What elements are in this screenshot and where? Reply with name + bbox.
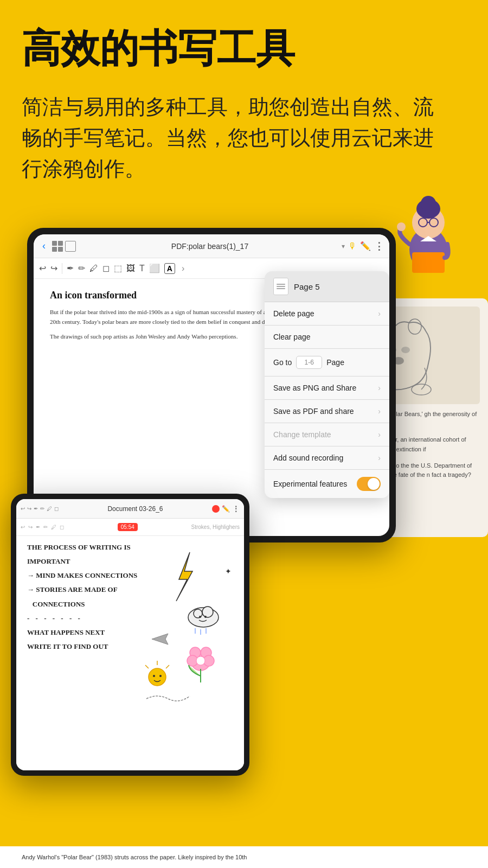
add-sound-arrow: ›: [378, 454, 381, 462]
ipad-second: ↩ ↪ ✒ ✏ 🖊 ◻ Document 03-26_6 ✏️ ⋮ ↩ ↪ ✒ …: [11, 494, 249, 776]
dropdown-arrow[interactable]: ▾: [342, 242, 345, 250]
main-toolbar: ‹ PDF:polar bears(1)_17 ▾ 🎙 ✏️ ⋮: [34, 234, 389, 258]
svg-text:✦: ✦: [225, 567, 232, 576]
menu-page-title: Page 5: [294, 282, 320, 291]
save-pdf-arrow: ›: [378, 407, 381, 416]
goto-label: Go to: [273, 358, 292, 367]
hero-description: 简洁与易用的多种工具，助您创造出自然、流畅的手写笔记。当然，您也可以使用云记来进…: [22, 92, 445, 184]
add-sound-label: Add sound recording: [273, 454, 343, 462]
second-pen[interactable]: ✒: [34, 506, 38, 512]
bottom-text-bar: Andy Warhol's "Polar Bear" (1983) struts…: [0, 846, 488, 869]
goto-container: Go to Page: [273, 356, 344, 369]
experimental-label: Experimental features: [273, 480, 347, 488]
svg-point-32: [408, 319, 421, 334]
save-pdf-label: Save as PDF and share: [273, 407, 354, 416]
svg-point-34: [401, 347, 410, 353]
delete-page-arrow: ›: [378, 309, 381, 318]
second-pencil[interactable]: ✏: [40, 506, 44, 512]
shapes-tool[interactable]: ⬜: [149, 263, 160, 273]
second-redo-2[interactable]: ↪: [28, 524, 33, 530]
font-tool[interactable]: A: [164, 263, 175, 274]
record-button[interactable]: [212, 505, 220, 513]
strokes-label: Strokes, Highlighers: [191, 524, 240, 530]
eraser-tool[interactable]: ◻: [102, 263, 110, 273]
svg-point-29: [159, 675, 162, 677]
pencil-button[interactable]: ✏️: [360, 241, 371, 251]
redo-icon[interactable]: ↪: [50, 263, 57, 273]
image-insert[interactable]: 🖼: [126, 264, 135, 273]
change-template-arrow: ›: [378, 430, 381, 439]
save-png-label: Save as PNG and Share: [273, 384, 356, 392]
menu-item-delete-page[interactable]: Delete page ›: [265, 302, 389, 326]
second-edit[interactable]: ✏️: [222, 505, 230, 513]
more-button[interactable]: ⋮: [374, 240, 384, 252]
ipad-main-screen: ‹ PDF:polar bears(1)_17 ▾ 🎙 ✏️ ⋮ ↩ ↪ ✒: [34, 234, 389, 536]
highlighter-tool[interactable]: 🖊: [89, 264, 98, 273]
context-menu: Page 5 Delete page › Clear page Go to: [265, 271, 389, 498]
page-thumbnail-icon: [273, 278, 288, 295]
svg-point-28: [153, 675, 155, 677]
svg-line-27: [145, 665, 149, 668]
delete-page-label: Delete page: [273, 309, 314, 318]
second-doc-title: Document 03-26_6: [61, 505, 210, 513]
menu-item-add-sound[interactable]: Add sound recording ›: [265, 446, 389, 470]
timer-badge: 05:54: [118, 523, 138, 531]
second-highlighter[interactable]: 🖊: [47, 506, 52, 512]
handwriting-area: THE PROCESS OF WRITING IS IMPORTANT → MI…: [16, 536, 244, 770]
second-toolbar: ↩ ↪ ✒ ✏ 🖊 ◻ Document 03-26_6 ✏️ ⋮: [16, 499, 244, 519]
second-redo[interactable]: ↪: [27, 506, 31, 512]
experimental-toggle[interactable]: [357, 477, 381, 491]
menu-header: Page 5: [265, 271, 389, 302]
second-tool-e[interactable]: ◻: [60, 524, 64, 530]
svg-point-12: [199, 616, 201, 618]
menu-item-experimental[interactable]: Experimental features: [265, 470, 389, 498]
bottom-text: Andy Warhol's "Polar Bear" (1983) struts…: [22, 853, 466, 862]
undo-icon[interactable]: ↩: [39, 263, 46, 273]
collapse-panel[interactable]: ›: [182, 264, 184, 273]
second-eraser[interactable]: ◻: [54, 506, 59, 512]
pencil-tool[interactable]: ✏: [78, 263, 85, 273]
menu-item-change-template[interactable]: Change template ›: [265, 423, 389, 446]
clear-page-label: Clear page: [273, 333, 311, 341]
pen-tool[interactable]: ✒: [67, 263, 74, 273]
second-undo-2[interactable]: ↩: [21, 524, 25, 530]
svg-point-13: [204, 616, 207, 618]
devices-section: ‹ PDF:polar bears(1)_17 ▾ 🎙 ✏️ ⋮ ↩ ↪ ✒: [0, 217, 488, 787]
svg-line-26: [166, 665, 169, 668]
mic-button[interactable]: 🎙: [348, 241, 357, 251]
hero-section: 高效的书写工具 简洁与易用的多种工具，助您创造出自然、流畅的手写笔记。当然，您也…: [0, 0, 488, 212]
second-drawing-toolbar: ↩ ↪ ✒ ✏ 🖊 ◻ 05:54 Strokes, Highlighers: [16, 519, 244, 536]
svg-point-11: [202, 607, 213, 617]
svg-point-24: [149, 668, 166, 686]
change-template-label: Change template: [273, 430, 331, 439]
svg-point-22: [196, 656, 205, 665]
hero-title: 高效的书写工具: [22, 27, 466, 70]
ipad-second-screen: ↩ ↪ ✒ ✏ 🖊 ◻ Document 03-26_6 ✏️ ⋮ ↩ ↪ ✒ …: [16, 499, 244, 770]
menu-item-goto: Go to Page: [265, 349, 389, 376]
menu-item-save-png[interactable]: Save as PNG and Share ›: [265, 376, 389, 400]
divider-1: [62, 263, 62, 274]
page-icon[interactable]: [65, 241, 76, 252]
doodle-illustrations: ✦: [141, 541, 239, 704]
save-png-arrow: ›: [378, 384, 381, 392]
text-insert[interactable]: T: [139, 264, 145, 273]
back-button[interactable]: ‹: [39, 240, 49, 252]
goto-input[interactable]: [296, 356, 322, 369]
selection-tool[interactable]: ⬚: [114, 263, 122, 273]
second-tool-p2[interactable]: ✏: [43, 524, 48, 530]
second-tool-pen[interactable]: ✒: [36, 524, 40, 530]
menu-item-clear-page[interactable]: Clear page: [265, 326, 389, 349]
svg-point-4: [421, 196, 436, 211]
grid-icons: [52, 241, 76, 252]
menu-item-save-pdf[interactable]: Save as PDF and share ›: [265, 400, 389, 423]
second-more[interactable]: ⋮: [232, 505, 240, 513]
second-undo[interactable]: ↩: [21, 506, 25, 512]
document-title: PDF:polar bears(1)_17: [84, 242, 336, 251]
second-tool-hl[interactable]: 🖊: [51, 524, 56, 530]
page-label: Page: [326, 358, 344, 367]
grid-icon-1[interactable]: [52, 241, 63, 252]
